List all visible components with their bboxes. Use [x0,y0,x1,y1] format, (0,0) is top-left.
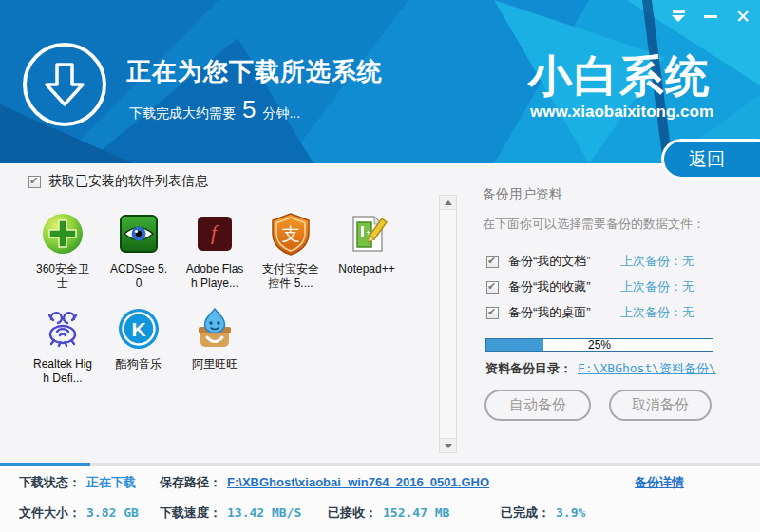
backup-details-link[interactable]: 备份详情 [635,474,684,491]
software-list-checkbox-row[interactable]: 获取已安装的软件列表信息 [28,173,208,190]
backup-option-label: 备份“我的桌面” [508,304,620,321]
last-backup-link[interactable]: 上次备份：无 [620,278,694,295]
download-speed-label: 下载速度： [160,504,221,522]
svg-text:支: 支 [282,224,300,244]
save-path-link[interactable]: F:\XBGhost\xiaobai_win764_2016_0501.GHO [227,475,489,489]
last-backup-link[interactable]: 上次备份：无 [620,253,694,270]
scroll-up-icon[interactable] [440,196,456,210]
eta-suffix: 分钟... [262,105,300,123]
software-item-alipay[interactable]: 支 支付宝安全控件 5.... [253,211,329,291]
download-status-value: 正在下载 [86,474,136,491]
software-item-360[interactable]: 360安全卫士 [25,211,101,291]
brand-website: www.xiaobaixitong.com [530,103,713,122]
software-list-scrollbar[interactable] [439,195,457,453]
dropdown-menu-icon[interactable] [667,6,690,27]
aliwangwang-icon [192,306,238,352]
software-item-label: Realtek High Defi... [31,357,94,386]
scroll-down-icon[interactable] [440,438,456,452]
adobe-flash-icon: f [192,211,238,256]
header-banner: ✕ 正在为您下载所选系统 下载完成大约需要 5 分钟... 小白系统 www.x… [0,0,760,163]
status-divider-progress [0,463,90,466]
save-path-label: 保存路径： [160,474,221,491]
software-item-label: Notepad++ [335,262,398,276]
backup-panel-description: 在下面你可以选择需要备份的数据文件： [483,216,705,233]
file-size-value: 3.82 GB [86,505,139,520]
backup-option-desktop[interactable]: 备份“我的桌面” 上次备份：无 [486,304,694,321]
software-item-acdsee[interactable]: ACDSee 5.0 [101,211,177,291]
software-list-checkbox[interactable] [28,176,41,188]
back-button[interactable]: 返回 [661,139,760,180]
page-title: 正在为您下载所选系统 [126,55,383,88]
close-icon[interactable]: ✕ [732,6,754,27]
download-circle-icon [23,43,106,126]
brand-logo: 小白系统 [528,48,711,106]
completed-label: 已完成： [501,504,550,522]
backup-option-label: 备份“我的文档” [508,253,620,270]
360-safety-icon [40,211,86,256]
backup-desktop-checkbox[interactable] [486,307,499,319]
backup-dir-label: 资料备份目录： [485,360,572,377]
software-item-label: ACDSee 5.0 [107,262,170,291]
eta-prefix: 下载完成大约需要 [129,105,236,123]
notepad-plus-plus-icon: ++ [344,211,390,256]
realtek-hd-audio-icon [40,306,86,352]
software-item-label: 360安全卫士 [31,262,94,291]
kugou-music-icon: K [116,306,162,352]
download-status-label: 下载状态： [19,474,81,491]
minimize-icon[interactable] [699,6,722,27]
software-item-aliwangwang[interactable]: 阿里旺旺 [177,306,253,371]
software-item-realtek[interactable]: Realtek High Defi... [25,306,101,386]
status-bar: 下载状态： 正在下载 保存路径： F:\XBGhost\xiaobai_win7… [0,463,760,532]
software-item-notepadpp[interactable]: ++ Notepad++ [329,211,405,276]
backup-option-label: 备份“我的收藏” [508,278,620,295]
backup-option-favorites[interactable]: 备份“我的收藏” 上次备份：无 [486,278,694,295]
software-item-label: 阿里旺旺 [183,357,246,371]
backup-favorites-checkbox[interactable] [486,281,499,294]
last-backup-link[interactable]: 上次备份：无 [620,304,694,321]
received-value: 152.47 MB [383,505,449,520]
auto-backup-button[interactable]: 自动备份 [484,390,591,421]
alipay-security-icon: 支 [268,211,314,256]
received-label: 已接收： [328,504,377,522]
backup-panel-title: 备份用户资料 [483,186,562,203]
backup-documents-checkbox[interactable] [486,256,499,268]
eta-minutes: 5 [242,95,256,124]
svg-text:K: K [131,318,145,340]
download-speed-value: 13.42 MB/S [227,505,301,520]
backup-dir-link[interactable]: F:\XBGhost\资料备份\ [578,360,716,377]
window-controls: ✕ [667,6,754,27]
acdsee-icon [116,211,162,256]
cancel-backup-button[interactable]: 取消备份 [609,390,712,421]
software-item-kugou[interactable]: K 酷狗音乐 [101,306,177,371]
software-item-label: 支付宝安全控件 5.... [259,262,322,291]
software-list-checkbox-label: 获取已安装的软件列表信息 [48,173,208,190]
completed-value: 3.9% [556,505,585,520]
software-item-label: Adobe Flash Playe... [183,262,246,291]
software-item-label: 酷狗音乐 [107,357,170,371]
status-divider [0,463,760,466]
eta-text: 下载完成大约需要 5 分钟... [129,95,300,124]
software-item-adobe-flash[interactable]: f Adobe Flash Playe... [177,211,253,291]
file-size-label: 文件大小： [19,504,81,522]
backup-progress-bar: 25% [485,338,713,352]
backup-progress-label: 25% [486,339,712,352]
backup-option-documents[interactable]: 备份“我的文档” 上次备份：无 [486,253,694,270]
